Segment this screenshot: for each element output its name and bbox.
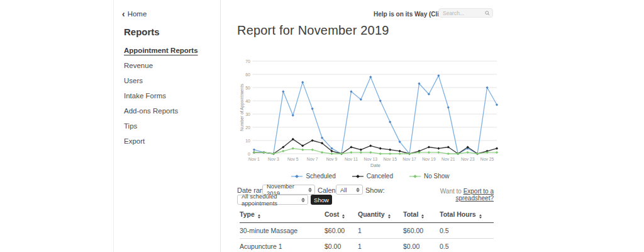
svg-text:0: 0: [248, 152, 250, 156]
table-header-row: TypeCostQuantityTotalTotal Hours: [240, 208, 494, 223]
svg-text:30: 30: [245, 112, 250, 117]
column-header-cost[interactable]: Cost: [325, 208, 358, 223]
sidebar-item-tips[interactable]: Tips: [124, 122, 212, 130]
export-line: Want to Export to a spreadsheet?: [402, 188, 494, 202]
sidebar-item-export[interactable]: Export: [124, 137, 212, 146]
show-label: Show:: [365, 186, 385, 194]
table-cell: $60.00: [403, 223, 440, 239]
table-cell: 0.5: [440, 239, 494, 252]
table-cell: 1: [358, 239, 403, 252]
back-home-label: Home: [128, 10, 147, 18]
back-home-link[interactable]: ‹ Home: [122, 10, 147, 18]
calendar-value: All: [340, 186, 347, 193]
sort-icon[interactable]: [421, 214, 424, 219]
table-cell: $0.00: [325, 239, 358, 252]
svg-text:Nov 19: Nov 19: [422, 157, 436, 161]
svg-text:Nov 11: Nov 11: [345, 157, 358, 161]
reports-page: ‹ Home Reports Appointment ReportsRevenu…: [0, 0, 644, 252]
svg-text:50: 50: [245, 86, 250, 90]
svg-text:40: 40: [245, 99, 250, 103]
select-stepper-icon: [356, 188, 360, 192]
chevron-left-icon: ‹: [122, 11, 125, 17]
appointments-line-chart: 010203040506070Nov 1Nov 3Nov 5Nov 7Nov 9…: [239, 55, 500, 171]
svg-text:Nov 3: Nov 3: [268, 157, 279, 161]
svg-text:10: 10: [245, 139, 250, 143]
svg-text:Nov 13: Nov 13: [364, 157, 378, 161]
svg-text:Nov 17: Nov 17: [402, 157, 416, 161]
show-value: All scheduled appointments: [242, 193, 301, 207]
search-input[interactable]: [443, 10, 485, 16]
svg-text:Nov 15: Nov 15: [383, 157, 397, 161]
table-cell: 1: [358, 223, 403, 239]
column-header-quantity[interactable]: Quantity: [358, 208, 403, 223]
svg-text:Nov 9: Nov 9: [326, 157, 338, 161]
calendar-select[interactable]: All: [336, 185, 363, 195]
show-select[interactable]: All scheduled appointments: [237, 195, 308, 205]
svg-text:20: 20: [245, 125, 250, 130]
legend-label: Scheduled: [306, 173, 335, 180]
svg-text:Nov 23: Nov 23: [461, 157, 475, 161]
table-cell: $60.00: [325, 223, 358, 239]
sidebar: ‹ Home Reports Appointment ReportsRevenu…: [113, 0, 221, 252]
sort-icon[interactable]: [342, 214, 345, 219]
sidebar-item-revenue[interactable]: Revenue: [124, 62, 212, 70]
select-stepper-icon: [308, 188, 312, 192]
table-cell: 0.5: [440, 223, 494, 239]
appointments-table: TypeCostQuantityTotalTotal Hours 30-minu…: [240, 208, 494, 252]
sidebar-item-add-ons-reports[interactable]: Add-ons Reports: [124, 107, 212, 115]
column-header-total[interactable]: Total: [403, 208, 440, 223]
svg-text:60: 60: [245, 72, 250, 77]
legend-marker-icon: [291, 174, 303, 179]
svg-text:Date: Date: [370, 163, 380, 168]
column-header-total-hours[interactable]: Total Hours: [440, 208, 494, 223]
chart-legend: ScheduledCanceledNo Show: [241, 173, 500, 180]
legend-item-no-show: No Show: [409, 173, 450, 180]
legend-label: Canceled: [367, 173, 393, 180]
table-cell: Acupuncture 1: [240, 239, 325, 252]
show-button[interactable]: Show: [311, 195, 332, 205]
sort-icon[interactable]: [479, 214, 482, 219]
legend-marker-icon: [352, 174, 364, 179]
sidebar-title: Reports: [124, 26, 160, 37]
legend-item-canceled: Canceled: [352, 173, 393, 180]
table-row: 30-minute Massage$60.001$60.000.5: [240, 223, 494, 239]
sidebar-item-intake-forms[interactable]: Intake Forms: [124, 92, 212, 100]
svg-text:Nov 1: Nov 1: [248, 157, 260, 161]
table-cell: 30-minute Massage: [240, 223, 325, 239]
sidebar-item-appointment-reports[interactable]: Appointment Reports: [124, 47, 212, 55]
column-header-type[interactable]: Type: [240, 208, 325, 223]
sort-icon[interactable]: [258, 214, 260, 219]
page-title: Report for November 2019: [237, 23, 389, 38]
select-stepper-icon: [301, 198, 305, 202]
table-row: Acupuncture 1$0.001$0.000.5: [240, 239, 494, 252]
export-prefix: Want to: [440, 188, 464, 195]
search-icon[interactable]: [485, 11, 490, 16]
sort-icon[interactable]: [388, 214, 391, 219]
search-box: [438, 8, 493, 18]
svg-text:Nov 5: Nov 5: [287, 157, 299, 161]
sidebar-nav: Appointment ReportsRevenueUsersIntake Fo…: [124, 47, 212, 152]
svg-text:Nov 21: Nov 21: [441, 157, 455, 161]
table-cell: $0.00: [403, 239, 440, 252]
sidebar-item-users[interactable]: Users: [124, 77, 212, 85]
legend-label: No Show: [424, 173, 450, 180]
legend-marker-icon: [409, 174, 421, 179]
legend-item-scheduled: Scheduled: [291, 173, 335, 180]
svg-text:Nov 7: Nov 7: [307, 157, 318, 161]
svg-text:Nov 25: Nov 25: [480, 157, 494, 161]
svg-text:Number of Appointments: Number of Appointments: [240, 83, 245, 130]
svg-text:70: 70: [245, 59, 250, 64]
